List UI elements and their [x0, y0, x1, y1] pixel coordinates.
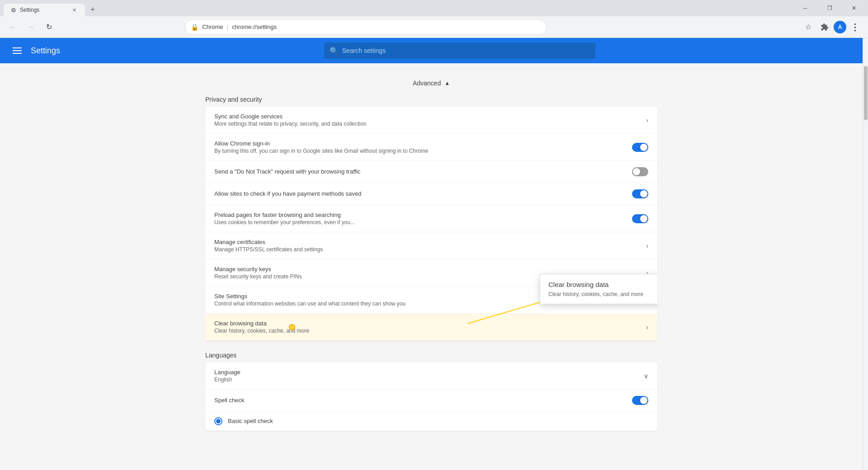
toggle-knob: [640, 397, 647, 404]
tab-close-button[interactable]: ✕: [71, 6, 78, 14]
row-sync-google[interactable]: Sync and Google services More settings t…: [205, 107, 657, 134]
hamburger-line-3: [13, 53, 22, 54]
settings-tab[interactable]: ⚙ Settings ✕: [4, 4, 85, 16]
tooltip-subtitle: Clear history, cookies, cache, and more: [548, 291, 657, 297]
advanced-arrow-icon: ▲: [444, 80, 450, 86]
menu-button[interactable]: ⋮: [848, 20, 863, 34]
row-basic-spell-check-label: Basic spell check: [228, 418, 273, 424]
forward-button[interactable]: →: [24, 20, 38, 34]
row-payment-methods-action: [632, 189, 648, 198]
row-allow-signin-action: [632, 143, 648, 152]
row-manage-certs-title: Manage certificates: [214, 239, 646, 245]
row-do-not-track-title: Send a "Do Not Track" request with your …: [214, 168, 632, 175]
row-allow-signin[interactable]: Allow Chrome sign-in By turning this off…: [205, 134, 657, 161]
advanced-label: Advanced: [413, 80, 441, 87]
row-spell-check-action: [632, 396, 648, 405]
profile-extensions-button[interactable]: [817, 20, 832, 34]
search-bar-container: 🔍: [324, 42, 595, 59]
row-do-not-track-action: [632, 167, 648, 176]
toggle-knob: [633, 168, 640, 175]
row-preload-pages-title: Preload pages for faster browsing and se…: [214, 212, 632, 218]
advanced-toggle[interactable]: Advanced ▲: [205, 74, 657, 92]
row-clear-browsing-action: ›: [646, 324, 648, 331]
toggle-slider: [632, 396, 648, 405]
row-allow-signin-subtitle: By turning this off, you can sign in to …: [214, 148, 632, 154]
row-language[interactable]: Language English ∨: [205, 362, 657, 390]
scrollbar[interactable]: [863, 38, 868, 470]
row-payment-methods[interactable]: Allow sites to check if you have payment…: [205, 183, 657, 205]
allow-signin-toggle[interactable]: [632, 143, 648, 152]
content-area: Advanced ▲ Privacy and security Sync and…: [205, 63, 657, 449]
title-bar-controls: ─ ❐ ✕: [795, 1, 864, 15]
row-sync-google-title: Sync and Google services: [214, 113, 646, 120]
highlight-dot: [289, 324, 295, 330]
do-not-track-toggle[interactable]: [632, 167, 648, 176]
languages-section-title: Languages: [205, 348, 657, 362]
row-clear-browsing-subtitle: Clear history, cookies, cache, and more: [214, 328, 646, 334]
chevron-icon: ›: [646, 324, 648, 331]
spell-check-toggle[interactable]: [632, 396, 648, 405]
preload-pages-toggle[interactable]: [632, 214, 648, 223]
row-basic-spell-check[interactable]: Basic spell check: [205, 412, 657, 431]
settings-header: Settings 🔍: [0, 38, 863, 63]
toggle-slider: [632, 189, 648, 198]
back-button[interactable]: ←: [5, 20, 20, 34]
payment-methods-toggle[interactable]: [632, 189, 648, 198]
search-settings-input[interactable]: [342, 47, 590, 54]
profile-button[interactable]: A: [834, 21, 846, 33]
row-clear-browsing-text: Clear browsing data Clear history, cooki…: [214, 320, 646, 334]
row-manage-certs-action: ›: [646, 242, 648, 249]
row-do-not-track[interactable]: Send a "Do Not Track" request with your …: [205, 161, 657, 183]
svg-line-0: [467, 301, 544, 324]
row-payment-methods-text: Allow sites to check if you have payment…: [214, 190, 632, 198]
row-language-title: Language: [214, 369, 644, 376]
tooltip-title: Clear browsing data: [548, 281, 657, 288]
address-bar[interactable]: 🔒 Chrome | chrome://settings: [185, 19, 547, 35]
row-sync-google-action: ›: [646, 117, 648, 124]
search-settings-bar[interactable]: 🔍: [324, 42, 595, 59]
hamburger-line-2: [13, 50, 22, 51]
row-allow-signin-title: Allow Chrome sign-in: [214, 140, 632, 147]
address-separator: |: [227, 24, 228, 30]
bookmark-button[interactable]: ☆: [801, 20, 816, 34]
row-language-text: Language English: [214, 369, 644, 383]
tooltip-box: Clear browsing data Clear history, cooki…: [540, 274, 657, 304]
toggle-knob: [640, 144, 647, 151]
row-do-not-track-text: Send a "Do Not Track" request with your …: [214, 168, 632, 176]
chevron-icon: ›: [646, 242, 648, 249]
dropdown-chevron-icon: ∨: [644, 372, 648, 380]
scrollbar-thumb[interactable]: [864, 66, 868, 120]
row-manage-certificates[interactable]: Manage certificates Manage HTTPS/SSL cer…: [205, 232, 657, 259]
row-sync-google-subtitle: More settings that relate to privacy, se…: [214, 121, 646, 127]
tab-bar: ⚙ Settings ✕ +: [4, 0, 99, 16]
close-button[interactable]: ✕: [844, 1, 864, 15]
row-payment-methods-title: Allow sites to check if you have payment…: [214, 190, 632, 197]
radio-dot-basic-spell: [214, 417, 222, 425]
row-clear-browsing[interactable]: Clear browsing data Clear history, cooki…: [205, 314, 657, 341]
restore-button[interactable]: ❐: [819, 1, 840, 15]
row-spell-check[interactable]: Spell check: [205, 390, 657, 412]
privacy-section-title: Privacy and security: [205, 92, 657, 107]
row-clear-browsing-title: Clear browsing data: [214, 320, 646, 327]
toggle-knob: [640, 215, 647, 222]
lock-icon: 🔒: [191, 24, 198, 31]
row-manage-certs-subtitle: Manage HTTPS/SSL certificates and settin…: [214, 246, 646, 253]
privacy-settings-card: Sync and Google services More settings t…: [205, 107, 657, 341]
reload-button[interactable]: ↻: [42, 20, 56, 34]
row-manage-certs-text: Manage certificates Manage HTTPS/SSL cer…: [214, 239, 646, 253]
hamburger-menu-button[interactable]: [11, 46, 24, 56]
search-icon: 🔍: [330, 47, 339, 55]
nav-right: ☆ A ⋮: [801, 20, 863, 34]
toggle-slider: [632, 143, 648, 152]
new-tab-button[interactable]: +: [87, 3, 99, 16]
minimize-button[interactable]: ─: [795, 1, 816, 15]
chevron-icon: ›: [646, 117, 648, 124]
toggle-slider: [632, 167, 648, 176]
row-preload-pages-subtitle: Uses cookies to remember your preference…: [214, 219, 632, 226]
tab-title: Settings: [20, 7, 39, 13]
row-allow-signin-text: Allow Chrome sign-in By turning this off…: [214, 140, 632, 154]
row-preload-pages[interactable]: Preload pages for faster browsing and se…: [205, 205, 657, 232]
settings-main: Settings 🔍 Advanced ▲ Privacy and s: [0, 38, 863, 470]
title-bar: ⚙ Settings ✕ + ─ ❐ ✕: [0, 0, 868, 16]
row-language-subtitle: English: [214, 376, 644, 383]
